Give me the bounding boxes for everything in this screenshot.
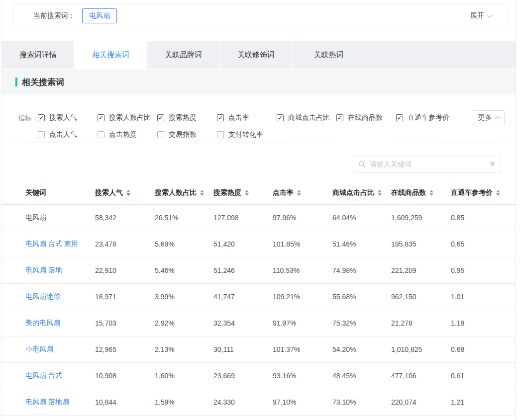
value-cell: 1,010,825 <box>391 345 451 353</box>
checkbox[interactable]: ✓ <box>157 114 164 121</box>
metric-checkbox-item[interactable]: ✓点击率 <box>217 113 277 122</box>
value-cell: 3.99% <box>155 293 213 301</box>
sort-asc-arrow <box>200 190 204 192</box>
value-cell: 41,747 <box>213 293 273 301</box>
value-cell: 0.95 <box>451 266 507 274</box>
sort-asc-arrow <box>297 190 301 192</box>
metric-checkbox-item[interactable]: ✓搜索人数占比 <box>98 113 157 122</box>
value-cell: 220,074 <box>391 398 451 406</box>
tab-4[interactable]: 关联热词 <box>293 41 365 69</box>
metric-checkbox-item[interactable]: 点击人气 <box>38 130 98 139</box>
current-search-label: 当前搜索词： <box>33 11 75 20</box>
sort-icon[interactable] <box>200 190 204 196</box>
keyword-cell[interactable]: 电风扇 台式 家用 <box>25 240 95 249</box>
keyword-cell[interactable]: 电风扇迷你 <box>25 292 95 301</box>
sort-icon[interactable] <box>126 190 130 196</box>
keyword-cell[interactable]: 电风扇 落地 <box>25 266 95 275</box>
value-cell: 75.32% <box>332 319 391 327</box>
table-row: 电风扇 落地扇10,8441.59%24,33097.10%73.10%220,… <box>2 389 516 416</box>
sort-icon[interactable] <box>297 190 301 196</box>
table-row: 电风扇 台式 家用23,4785.69%51,420101.85%51.46%1… <box>2 231 516 257</box>
column-header: 关键词 <box>25 188 95 197</box>
page: 当前搜索词： 电风扇 展开 搜索词详情相关搜索词关联品牌词关联修饰词关联热词 相… <box>1 0 516 420</box>
value-cell: 1.60% <box>155 372 213 380</box>
tab-0[interactable]: 搜索词详情 <box>2 41 75 69</box>
checkbox-label: 交易指数 <box>169 130 197 139</box>
tab-2[interactable]: 关联品牌词 <box>147 41 220 69</box>
tab-1[interactable]: 相关搜索词 <box>75 41 147 69</box>
keyword-tag[interactable]: 电风扇 <box>82 8 117 23</box>
tab-3[interactable]: 关联修饰词 <box>220 41 293 69</box>
checkbox[interactable] <box>217 131 224 138</box>
keyword-cell[interactable]: 小电风扇 <box>25 345 95 354</box>
table-row: 电风扇 落地22,9105.46%51,246110.53%74.98%221,… <box>2 257 516 284</box>
checkbox[interactable]: ✓ <box>98 114 104 121</box>
checkbox[interactable] <box>38 131 45 138</box>
more-button-label: 更多 <box>478 113 492 122</box>
keyword-cell: 电风扇 <box>25 213 95 222</box>
current-search-bar: 当前搜索词： 电风扇 展开 <box>13 4 508 27</box>
sort-asc-arrow <box>429 190 433 192</box>
value-cell: 22,910 <box>95 266 155 274</box>
search-input[interactable] <box>370 160 490 168</box>
clear-icon[interactable]: × <box>490 160 495 168</box>
section-body: 指标： ✓搜索人气✓搜索人数占比✓搜索热度✓点击率✓商城点击占比✓在线商品数✓直… <box>2 94 516 420</box>
value-cell: 1,609,259 <box>391 214 451 222</box>
sort-asc-arrow <box>496 190 500 192</box>
column-header-label: 搜索热度 <box>213 188 241 197</box>
checkbox-label: 搜索人气 <box>49 113 77 122</box>
sort-icon[interactable] <box>496 190 500 196</box>
more-button[interactable]: 更多 <box>473 110 505 125</box>
search-icon <box>358 161 366 168</box>
value-cell: 58,342 <box>95 214 155 222</box>
checkbox-label: 点击率 <box>228 113 249 122</box>
value-cell: 51.46% <box>332 240 391 248</box>
value-cell: 18,971 <box>95 293 155 301</box>
checkbox-label: 点击热度 <box>109 130 137 139</box>
sort-desc-arrow <box>429 193 433 196</box>
value-cell: 101.37% <box>273 345 332 353</box>
checkbox-label: 搜索热度 <box>169 113 197 122</box>
checkbox[interactable]: ✓ <box>38 114 45 121</box>
column-header: 直通车参考价 <box>451 188 507 197</box>
metric-checkbox-item[interactable]: 交易指数 <box>157 130 217 139</box>
tabbar: 搜索词详情相关搜索词关联品牌词关联修饰词关联热词 <box>2 41 516 69</box>
sort-asc-arrow <box>378 190 382 192</box>
metric-checkbox-item[interactable]: ✓商城点击占比 <box>277 113 336 122</box>
sort-icon[interactable] <box>429 190 433 196</box>
column-header: 在线商品数 <box>391 188 451 197</box>
column-header-label: 在线商品数 <box>391 188 426 197</box>
metric-checkbox-item[interactable]: ✓搜索热度 <box>157 113 217 122</box>
keyword-cell[interactable]: 电风扇 落地扇 <box>25 398 95 407</box>
checkbox[interactable]: ✓ <box>217 114 224 121</box>
value-cell: 74.98% <box>332 266 391 274</box>
metric-checkbox-item[interactable]: ✓在线商品数 <box>336 113 396 122</box>
checkbox[interactable] <box>98 131 104 138</box>
keyword-cell[interactable]: 美的电风扇 <box>25 319 95 328</box>
value-cell: 73.10% <box>332 398 391 406</box>
value-cell: 97.96% <box>273 214 332 222</box>
value-cell: 10,908 <box>95 372 155 380</box>
metric-checkbox-item[interactable]: ✓搜索人气 <box>38 113 98 122</box>
section-header: 相关搜索词 <box>2 70 516 94</box>
value-cell: 109.21% <box>273 293 332 301</box>
checkbox[interactable]: ✓ <box>336 114 343 121</box>
metric-checkbox-item[interactable]: ✓直通车参考价 <box>396 113 456 122</box>
sort-icon[interactable] <box>245 190 249 196</box>
metric-checkbox-item[interactable]: 支付转化率 <box>217 130 277 139</box>
metric-checkbox-item[interactable]: 点击热度 <box>98 130 157 139</box>
sort-icon[interactable] <box>378 190 382 196</box>
value-cell: 2.92% <box>155 319 213 327</box>
sort-desc-arrow <box>200 193 204 196</box>
checkbox[interactable] <box>157 131 164 138</box>
keyword-cell[interactable]: 电风扇 台式 <box>25 371 95 380</box>
checkbox[interactable]: ✓ <box>396 114 403 121</box>
metrics-row-2: 点击人气点击热度交易指数支付转化率 <box>38 127 277 142</box>
value-cell: 195,835 <box>391 240 451 248</box>
value-cell: 0.85 <box>451 214 507 222</box>
checkbox-label: 搜索人数占比 <box>109 113 151 122</box>
checkbox[interactable]: ✓ <box>277 114 284 121</box>
expand-toggle[interactable]: 展开 <box>470 11 492 20</box>
value-cell: 26.51% <box>155 214 213 222</box>
sort-desc-arrow <box>378 193 382 196</box>
